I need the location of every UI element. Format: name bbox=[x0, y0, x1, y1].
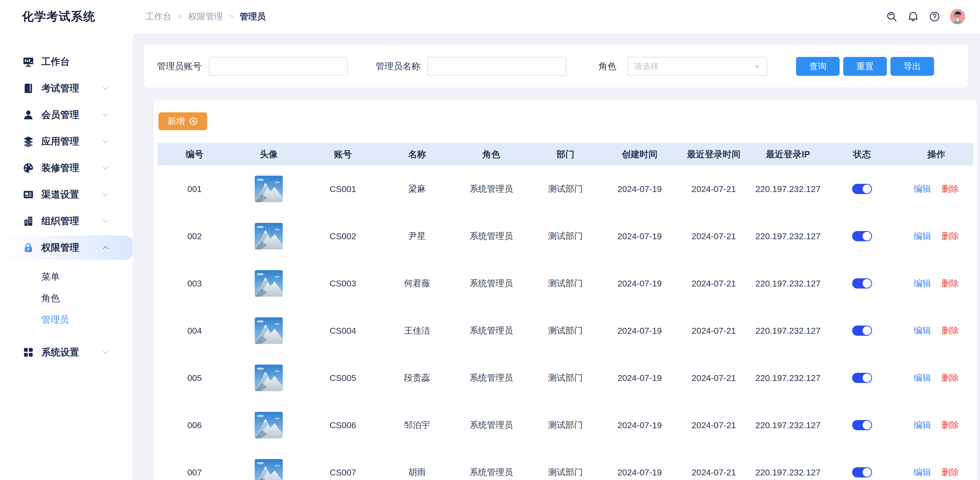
cell-department: 测试部门 bbox=[528, 183, 603, 195]
cell-created: 2024-07-19 bbox=[603, 373, 677, 383]
sidebar-item-6[interactable]: 渠道设置 bbox=[0, 182, 133, 207]
admin-account-input[interactable] bbox=[209, 57, 348, 76]
edit-link[interactable]: 编辑 bbox=[914, 419, 931, 431]
table-body: 001CS001梁麻系统管理员测试部门2024-07-192024-07-212… bbox=[158, 166, 974, 480]
reset-button[interactable]: 重置 bbox=[843, 57, 887, 76]
edit-link[interactable]: 编辑 bbox=[914, 372, 931, 384]
exam-icon bbox=[22, 83, 34, 94]
role-select-placeholder: 请选择 bbox=[634, 61, 659, 72]
submenu-item[interactable]: 管理员 bbox=[0, 309, 133, 330]
help-icon[interactable] bbox=[928, 11, 941, 23]
user-avatar[interactable] bbox=[950, 9, 965, 24]
sidebar-item-2[interactable]: 考试管理 bbox=[0, 76, 133, 100]
breadcrumb: 工作台 > 权限管理 > 管理员 bbox=[145, 11, 266, 22]
edit-link[interactable]: 编辑 bbox=[914, 325, 931, 336]
sidebar-item-label: 渠道设置 bbox=[41, 188, 79, 201]
breadcrumb-item[interactable]: 工作台 bbox=[145, 11, 172, 22]
cell-role: 系统管理员 bbox=[454, 325, 528, 336]
sidebar-item-label: 应用管理 bbox=[41, 135, 79, 148]
edit-link[interactable]: 编辑 bbox=[914, 183, 931, 195]
app-title: 化学考试系统 bbox=[0, 0, 133, 33]
sidebar-item-9[interactable]: 系统设置 bbox=[0, 340, 133, 365]
cell-id: 007 bbox=[158, 467, 232, 477]
admin-name-input[interactable] bbox=[428, 57, 566, 76]
cell-status bbox=[825, 231, 899, 241]
org-icon bbox=[22, 215, 34, 227]
table-row: 003CS003何君薇系统管理员测试部门2024-07-192024-07-21… bbox=[158, 260, 974, 307]
role-select[interactable]: 请选择 bbox=[628, 57, 767, 76]
admin-account-label: 管理员账号 bbox=[157, 60, 202, 72]
row-avatar bbox=[232, 412, 306, 439]
cell-last-login: 2024-07-21 bbox=[676, 420, 751, 430]
sidebar-item-label: 系统设置 bbox=[41, 346, 79, 359]
cell-role: 系统管理员 bbox=[454, 183, 528, 195]
column-header: 最近登录时间 bbox=[676, 148, 751, 160]
status-toggle[interactable] bbox=[852, 467, 872, 477]
cell-last-login: 2024-07-21 bbox=[676, 373, 751, 383]
cell-actions ops: 编辑删除 bbox=[899, 466, 974, 478]
sidebar: 化学考试系统 工作台考试管理会员管理应用管理装修管理渠道设置组织管理权限管理菜单… bbox=[0, 0, 133, 480]
column-header: 名称 bbox=[380, 148, 454, 160]
cell-ip: 220.197.232.127 bbox=[751, 184, 825, 194]
delete-link[interactable]: 删除 bbox=[942, 230, 959, 242]
submenu-item[interactable]: 角色 bbox=[0, 287, 133, 309]
status-toggle[interactable] bbox=[852, 420, 872, 430]
cell-last-login: 2024-07-21 bbox=[676, 326, 751, 336]
sidebar-nav: 工作台考试管理会员管理应用管理装修管理渠道设置组织管理权限管理菜单角色管理员系统… bbox=[0, 33, 133, 365]
column-header: 创建时间 bbox=[603, 148, 677, 160]
edit-link[interactable]: 编辑 bbox=[914, 230, 931, 242]
cell-role: 系统管理员 bbox=[454, 230, 528, 242]
admin-table: 编号头像账号名称角色部门创建时间最近登录时间最近登录IP状态操作 001CS00… bbox=[158, 143, 974, 480]
cell-status bbox=[825, 420, 899, 430]
edit-link[interactable]: 编辑 bbox=[914, 277, 931, 289]
status-toggle[interactable] bbox=[852, 278, 872, 289]
delete-link[interactable]: 删除 bbox=[942, 325, 959, 336]
cell-role: 系统管理员 bbox=[454, 466, 528, 478]
delete-link[interactable]: 删除 bbox=[942, 277, 959, 289]
cell-status bbox=[825, 184, 899, 194]
column-header: 账号 bbox=[306, 148, 380, 160]
row-avatar bbox=[232, 317, 306, 344]
column-header: 头像 bbox=[232, 148, 306, 160]
export-button[interactable]: 导出 bbox=[891, 57, 934, 76]
sidebar-item-4[interactable]: 应用管理 bbox=[0, 129, 133, 154]
bell-icon[interactable] bbox=[907, 11, 919, 23]
admin-name-label: 管理员名称 bbox=[375, 60, 420, 72]
status-toggle[interactable] bbox=[852, 325, 872, 336]
delete-link[interactable]: 删除 bbox=[942, 466, 959, 478]
delete-link[interactable]: 删除 bbox=[942, 372, 959, 384]
status-toggle[interactable] bbox=[852, 184, 872, 194]
status-toggle[interactable] bbox=[852, 231, 872, 241]
sidebar-item-1[interactable]: 工作台 bbox=[0, 49, 133, 74]
sidebar-item-label: 装修管理 bbox=[41, 162, 79, 174]
cell-actions ops: 编辑删除 bbox=[899, 419, 974, 431]
sidebar-item-3[interactable]: 会员管理 bbox=[0, 103, 133, 127]
breadcrumb-item[interactable]: 权限管理 bbox=[188, 11, 223, 22]
filter-bar: 管理员账号 管理员名称 角色 请选择 查询 重置 导出 bbox=[144, 45, 968, 88]
cell-role: 系统管理员 bbox=[454, 277, 528, 289]
edit-link[interactable]: 编辑 bbox=[914, 466, 931, 478]
table-row: 001CS001梁麻系统管理员测试部门2024-07-192024-07-212… bbox=[158, 166, 974, 213]
table-row: 004CS004王佳洁系统管理员测试部门2024-07-192024-07-21… bbox=[158, 307, 974, 354]
cell-id: 004 bbox=[158, 326, 232, 336]
cell-actions ops: 编辑删除 bbox=[899, 372, 974, 384]
cell-created: 2024-07-19 bbox=[603, 420, 677, 430]
row-avatar bbox=[232, 365, 306, 391]
delete-link[interactable]: 删除 bbox=[942, 419, 959, 431]
submenu-item[interactable]: 菜单 bbox=[0, 266, 133, 287]
chevron-down-icon bbox=[101, 137, 110, 146]
search-button[interactable]: 查询 bbox=[796, 57, 840, 76]
row-avatar bbox=[232, 223, 306, 249]
delete-link[interactable]: 删除 bbox=[942, 183, 959, 195]
search-icon[interactable] bbox=[886, 11, 898, 23]
status-toggle[interactable] bbox=[852, 373, 872, 383]
sidebar-item-8[interactable]: 权限管理 bbox=[0, 235, 133, 260]
table-header-row: 编号头像账号名称角色部门创建时间最近登录时间最近登录IP状态操作 bbox=[158, 143, 974, 166]
topbar: 工作台 > 权限管理 > 管理员 bbox=[133, 0, 980, 33]
sidebar-item-7[interactable]: 组织管理 bbox=[0, 209, 133, 233]
chevron-down-icon bbox=[101, 217, 110, 225]
sidebar-item-5[interactable]: 装修管理 bbox=[0, 156, 133, 180]
add-button[interactable]: 新增 bbox=[159, 112, 207, 130]
cell-created: 2024-07-19 bbox=[603, 467, 677, 477]
cell-ip: 220.197.232.127 bbox=[751, 231, 825, 241]
